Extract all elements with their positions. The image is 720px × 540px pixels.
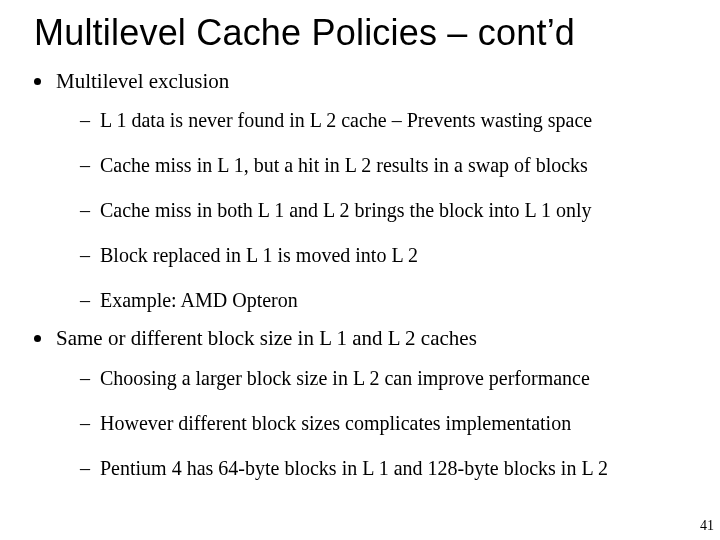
slide-title: Multilevel Cache Policies – cont’d xyxy=(34,12,702,54)
sub-list-item: Example: AMD Opteron xyxy=(80,288,702,313)
bullet-list: Multilevel exclusion L 1 data is never f… xyxy=(18,68,702,481)
list-item: Multilevel exclusion L 1 data is never f… xyxy=(34,68,702,313)
list-item: Same or different block size in L 1 and … xyxy=(34,325,702,480)
sub-list: Choosing a larger block size in L 2 can … xyxy=(56,366,702,481)
slide: Multilevel Cache Policies – cont’d Multi… xyxy=(0,0,720,540)
sub-list-item: However different block sizes complicate… xyxy=(80,411,702,436)
sub-list-item: Block replaced in L 1 is moved into L 2 xyxy=(80,243,702,268)
list-item-text: Same or different block size in L 1 and … xyxy=(56,326,477,350)
sub-list-item: Cache miss in L 1, but a hit in L 2 resu… xyxy=(80,153,702,178)
sub-list-item: L 1 data is never found in L 2 cache – P… xyxy=(80,108,702,133)
sub-list-item: Cache miss in both L 1 and L 2 brings th… xyxy=(80,198,702,223)
sub-list-item: Pentium 4 has 64-byte blocks in L 1 and … xyxy=(80,456,702,481)
sub-list-item: Choosing a larger block size in L 2 can … xyxy=(80,366,702,391)
page-number: 41 xyxy=(700,518,714,534)
sub-list: L 1 data is never found in L 2 cache – P… xyxy=(56,108,702,313)
list-item-text: Multilevel exclusion xyxy=(56,69,229,93)
